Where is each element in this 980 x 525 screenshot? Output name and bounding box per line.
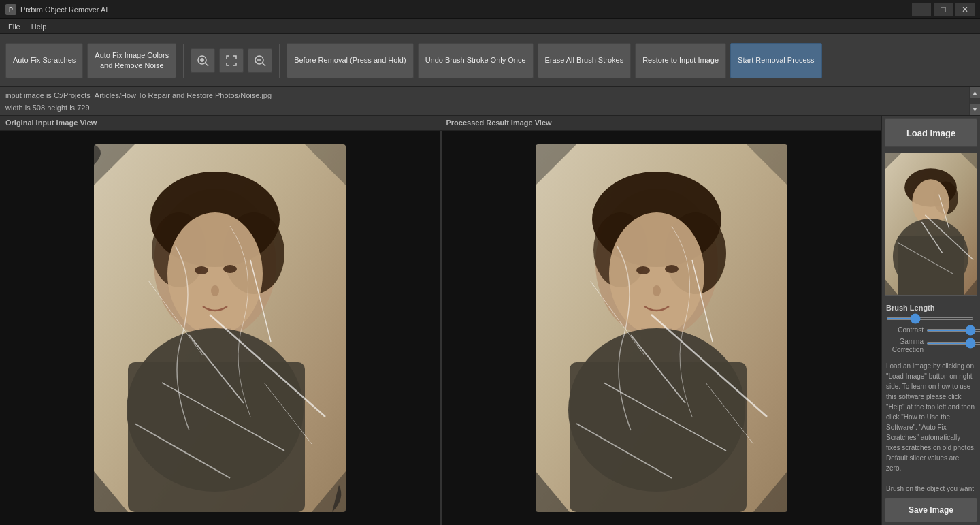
svg-point-40	[665, 265, 679, 273]
brush-length-label: Brush Length	[886, 304, 976, 312]
help-text: Load an image by clicking on "Load Image…	[886, 358, 976, 495]
svg-line-5	[263, 63, 266, 66]
zoom-in-button[interactable]	[191, 48, 215, 73]
original-photo-container	[94, 144, 346, 512]
info-line1: input image is C:/Projects_Articles/How …	[5, 90, 964, 102]
erase-all-button[interactable]: Erase All Brush Strokes	[538, 43, 632, 78]
svg-rect-58	[898, 236, 964, 295]
toolbar-separator-1	[183, 44, 184, 78]
app-icon: P	[5, 4, 16, 15]
scroll-track	[970, 98, 980, 104]
menubar: File Help	[0, 19, 980, 34]
svg-point-16	[195, 266, 208, 274]
image-views	[0, 131, 881, 525]
menu-help[interactable]: Help	[26, 21, 52, 32]
scroll-down-arrow[interactable]: ▼	[970, 104, 980, 115]
brush-length-row: 10	[886, 315, 976, 322]
svg-rect-15	[128, 362, 305, 512]
svg-line-1	[206, 63, 209, 66]
svg-point-41	[653, 285, 661, 296]
fullscreen-button[interactable]	[219, 48, 244, 73]
titlebar-controls: — □ ✕	[912, 3, 975, 16]
auto-fix-colors-button[interactable]: Auto Fix Image Colorsand Remove Noise	[87, 43, 176, 78]
undo-brush-button[interactable]: Undo Brush Stroke Only Once	[418, 43, 534, 78]
info-line2: width is 508 height is 729	[5, 102, 964, 114]
titlebar-left: P Pixbim Object Remover AI	[5, 4, 108, 15]
thumbnail-area	[885, 153, 977, 296]
before-removal-button[interactable]: Before Removal (Press and Hold)	[287, 43, 413, 78]
maximize-button[interactable]: □	[934, 3, 953, 16]
main-area: Original Input Image View Processed Resu…	[0, 116, 980, 525]
brush-length-value: 10	[977, 315, 980, 322]
svg-point-12	[167, 212, 263, 335]
processed-label: Processed Result Image View	[441, 116, 882, 130]
original-label: Original Input Image View	[0, 116, 441, 130]
infobar: input image is C:/Projects_Articles/How …	[0, 87, 980, 116]
fullscreen-icon	[225, 54, 238, 67]
thumbnail-photo	[885, 153, 977, 295]
zoom-out-button[interactable]	[248, 48, 272, 73]
close-button[interactable]: ✕	[956, 3, 975, 16]
restore-input-button[interactable]: Restore to Input Image	[635, 43, 726, 78]
scroll-up-arrow[interactable]: ▲	[970, 87, 980, 98]
svg-point-17	[223, 265, 237, 273]
panel-controls: Brush Length 10 Contrast 0 GammaCorrecti…	[882, 298, 980, 495]
minimize-button[interactable]: —	[912, 3, 931, 16]
contrast-slider[interactable]	[926, 329, 980, 332]
zoom-out-icon	[253, 54, 267, 67]
gamma-row: GammaCorrection 0	[886, 338, 976, 354]
image-area: Original Input Image View Processed Resu…	[0, 116, 881, 525]
processed-photo	[536, 144, 787, 512]
info-scrollbar[interactable]: ▲ ▼	[969, 87, 980, 115]
menu-file[interactable]: File	[3, 21, 26, 32]
contrast-label: Contrast	[886, 326, 924, 334]
start-removal-button[interactable]: Start Removal Process	[730, 43, 821, 78]
zoom-in-icon	[196, 54, 210, 67]
svg-point-18	[211, 285, 219, 296]
processed-image-panel[interactable]	[440, 131, 882, 525]
original-image-panel[interactable]	[0, 131, 440, 525]
titlebar-title: Pixbim Object Remover AI	[20, 5, 108, 14]
svg-rect-38	[570, 362, 747, 512]
svg-point-35	[609, 212, 704, 335]
contrast-row: Contrast 0	[886, 326, 976, 334]
toolbar-separator-2	[279, 44, 280, 78]
image-labels: Original Input Image View Processed Resu…	[0, 116, 881, 131]
original-photo	[94, 144, 346, 512]
load-image-button[interactable]: Load Image	[885, 118, 977, 147]
toolbar: Auto Fix Scratches Auto Fix Image Colors…	[0, 34, 980, 87]
info-text: input image is C:/Projects_Articles/How …	[0, 87, 969, 115]
svg-point-39	[636, 266, 650, 274]
right-panel: Load Image	[881, 116, 980, 525]
auto-fix-scratches-button[interactable]: Auto Fix Scratches	[5, 43, 83, 78]
gamma-label: GammaCorrection	[886, 338, 924, 354]
titlebar: P Pixbim Object Remover AI — □ ✕	[0, 0, 980, 19]
processed-photo-container	[536, 144, 787, 512]
brush-length-slider[interactable]	[886, 317, 974, 320]
gamma-slider[interactable]	[926, 342, 980, 345]
save-image-button[interactable]: Save Image	[885, 498, 977, 522]
